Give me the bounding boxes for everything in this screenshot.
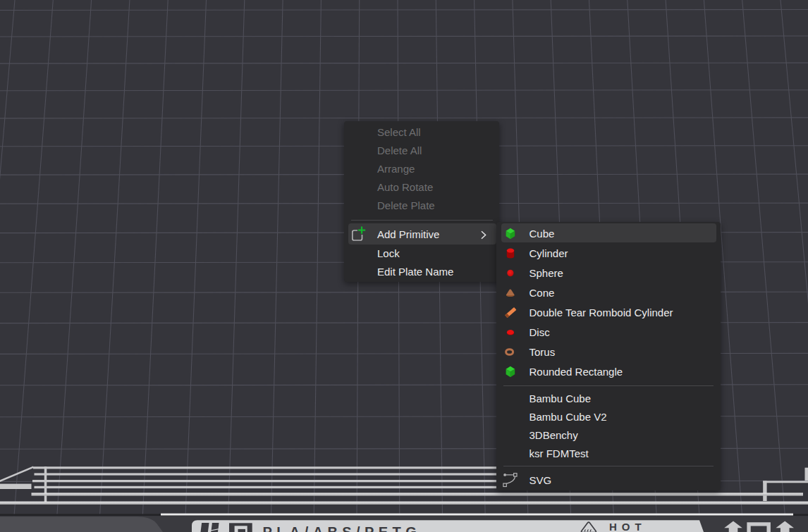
svg-text:HOT: HOT: [609, 521, 647, 532]
svg-text:PLA/ABS/PETG: PLA/ABS/PETG: [263, 524, 422, 532]
